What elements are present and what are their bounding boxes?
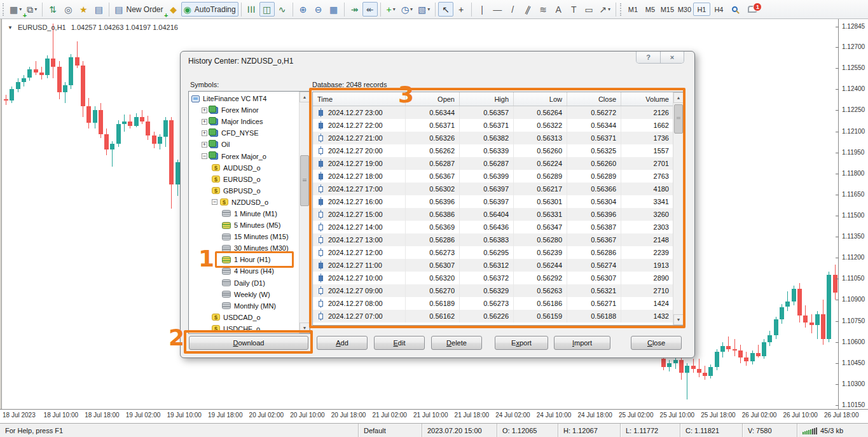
- history-row[interactable]: 2024.12.27 13:000.562860.563830.562800.5…: [313, 233, 673, 246]
- data-window-button[interactable]: ◎: [60, 2, 76, 17]
- timeframe-m5-button[interactable]: M5: [642, 3, 659, 16]
- scroll-thumb[interactable]: [300, 155, 309, 206]
- history-row[interactable]: 2024.12.27 12:000.562730.562950.562390.5…: [313, 246, 673, 259]
- history-row[interactable]: 2024.12.27 08:000.561890.562730.561860.5…: [313, 297, 673, 310]
- tree-item-litefinance-vc-mt4[interactable]: LiteFinance VC MT4: [189, 93, 299, 104]
- notifications-button[interactable]: 1: [745, 2, 761, 17]
- scroll-up-icon[interactable]: ▲: [673, 92, 684, 103]
- arrow-tools-button[interactable]: ↗▾: [596, 2, 613, 17]
- metaeditor-button[interactable]: ◆: [166, 2, 181, 17]
- terminal-button[interactable]: ▤: [91, 2, 106, 17]
- table-scrollbar[interactable]: ▲ ▼: [673, 92, 684, 325]
- history-row[interactable]: 2024.12.27 09:000.562700.563290.562630.5…: [313, 284, 673, 297]
- auto-scroll-button[interactable]: ↠: [347, 2, 362, 17]
- periods-button[interactable]: ◷▾: [399, 2, 415, 17]
- timeframe-m30-button[interactable]: M30: [676, 3, 693, 16]
- history-row[interactable]: 2024.12.27 18:000.563670.563990.562890.5…: [313, 170, 673, 183]
- tree-item-15-minutes-m15[interactable]: 15 Minutes (M15): [189, 231, 299, 242]
- tree-expander-icon[interactable]: +: [202, 142, 207, 148]
- scroll-thumb[interactable]: [674, 104, 683, 134]
- shapes-button[interactable]: ▭: [581, 2, 596, 17]
- tree-item-1-minute-m1[interactable]: 1 Minute (M1): [189, 208, 299, 219]
- tree-expander-icon[interactable]: +: [202, 108, 207, 113]
- navigator-button[interactable]: ★: [76, 2, 91, 17]
- tree-item-major-indices[interactable]: +Major Indices: [189, 116, 299, 127]
- tree-item-5-minutes-m5[interactable]: 5 Minutes (M5): [189, 219, 299, 231]
- edit-button[interactable]: Edit: [374, 336, 425, 350]
- add-button[interactable]: Add: [317, 336, 368, 350]
- dialog-titlebar[interactable]: History Center: NZDUSD_o,H1 ? ×: [181, 52, 694, 68]
- tree-item-usdchf-o[interactable]: $USDCHF_o: [189, 323, 299, 334]
- zoom-in-button[interactable]: ⊕: [296, 2, 311, 17]
- zoom-out-button[interactable]: ⊖: [311, 2, 326, 17]
- tree-item-gbpusd-o[interactable]: $GBPUSD_o: [189, 185, 299, 197]
- help-button[interactable]: ?: [637, 52, 660, 63]
- tree-item-daily-d1[interactable]: Daily (D1): [189, 277, 299, 289]
- history-row[interactable]: 2024.12.27 10:000.563200.563720.562920.5…: [313, 272, 673, 284]
- close-dialog-button[interactable]: ×: [660, 52, 684, 63]
- equidistant-channel-button[interactable]: ∥: [520, 2, 535, 17]
- chart-menu-icon[interactable]: ▼: [8, 25, 13, 31]
- tree-item-usdcad-o[interactable]: $USDCAD_o: [189, 312, 299, 323]
- history-row[interactable]: 2024.12.27 11:000.563070.563120.562440.5…: [313, 259, 673, 272]
- timeframe-h1-button[interactable]: H1: [693, 3, 710, 16]
- profiles-button[interactable]: ⧉▾: [24, 2, 39, 17]
- tree-item-30-minutes-m30[interactable]: 30 Minutes (M30): [189, 242, 299, 254]
- tree-item-1-hour-h1[interactable]: 1 Hour (H1): [189, 254, 299, 265]
- tree-expander-icon[interactable]: +: [202, 119, 207, 125]
- history-row[interactable]: 2024.12.27 07:000.561620.562260.561590.5…: [313, 310, 673, 323]
- tree-item-weekly-w[interactable]: Weekly (W): [189, 289, 299, 300]
- tree-item-forex-minor[interactable]: +Forex Minor: [189, 104, 299, 116]
- new-chart-button[interactable]: ▦+▾: [7, 2, 24, 17]
- candlestick-chart-button[interactable]: ◫: [259, 2, 275, 17]
- tree-scrollbar[interactable]: ▲ ▼: [299, 92, 310, 333]
- tree-expander-icon[interactable]: +: [202, 130, 207, 136]
- history-row[interactable]: 2024.12.27 22:000.563710.563710.563220.5…: [313, 119, 673, 132]
- autotrading-button[interactable]: ◉AutoTrading: [181, 2, 238, 17]
- crosshair-button[interactable]: +: [453, 2, 469, 17]
- text-button[interactable]: A: [551, 2, 566, 17]
- history-row[interactable]: 2024.12.27 14:000.563690.564360.563470.5…: [313, 221, 673, 233]
- download-button[interactable]: Download: [189, 336, 308, 350]
- scroll-up-icon[interactable]: ▲: [300, 92, 310, 102]
- tree-item-forex-major-o[interactable]: −Forex Major_o: [189, 150, 299, 162]
- bar-chart-button[interactable]: ☰: [244, 2, 259, 17]
- scroll-down-icon[interactable]: ▼: [300, 323, 310, 333]
- timeframe-h4-button[interactable]: H4: [710, 3, 727, 16]
- templates-button[interactable]: ▧▾: [415, 2, 432, 17]
- horizontal-line-button[interactable]: —: [490, 2, 505, 17]
- tree-expander-icon[interactable]: −: [212, 199, 217, 205]
- close-button[interactable]: Close: [631, 336, 682, 350]
- history-row[interactable]: 2024.12.27 15:000.563860.564040.563310.5…: [313, 208, 673, 221]
- import-button[interactable]: Import: [554, 336, 610, 350]
- new-order-button[interactable]: ▤+New Order: [112, 2, 165, 17]
- tree-item-cfd-nyse[interactable]: +CFD_NYSE: [189, 127, 299, 139]
- search-button[interactable]: [727, 2, 743, 17]
- tree-expander-icon[interactable]: −: [202, 153, 207, 159]
- line-chart-button[interactable]: ∿: [275, 2, 290, 17]
- history-row[interactable]: 2024.12.27 16:000.563960.563970.563010.5…: [313, 195, 673, 208]
- vertical-line-button[interactable]: |: [474, 2, 490, 17]
- text-label-button[interactable]: T: [566, 2, 581, 17]
- tree-item-monthly-mn[interactable]: Monthly (MN): [189, 300, 299, 312]
- scroll-down-icon[interactable]: ▼: [673, 314, 684, 325]
- history-row[interactable]: 2024.12.27 20:000.562620.563390.562600.5…: [313, 144, 673, 157]
- timeframe-m15-button[interactable]: M15: [659, 3, 676, 16]
- history-row[interactable]: 2024.12.27 17:000.563020.563970.562170.5…: [313, 183, 673, 195]
- export-button[interactable]: Export: [495, 336, 548, 350]
- cursor-button[interactable]: ↖: [438, 2, 453, 17]
- fibonacci-button[interactable]: ≋: [535, 2, 551, 17]
- market-watch-button[interactable]: ⇅: [45, 2, 60, 17]
- indicators-button[interactable]: +▾: [383, 2, 399, 17]
- history-row[interactable]: 2024.12.27 19:000.562870.562870.562240.5…: [313, 157, 673, 170]
- timeframe-m1-button[interactable]: M1: [624, 3, 642, 16]
- tree-item-4-hours-h4[interactable]: 4 Hours (H4): [189, 265, 299, 277]
- tree-item-audusd-o[interactable]: $AUDUSD_o: [189, 162, 299, 174]
- trendline-button[interactable]: /: [505, 2, 520, 17]
- delete-button[interactable]: Delete: [431, 336, 482, 350]
- tree-item-nzdusd-o[interactable]: −$NZDUSD_o: [189, 197, 299, 208]
- tree-item-eurusd-o[interactable]: $EURUSD_o: [189, 174, 299, 185]
- chart-shift-button[interactable]: ↞: [362, 2, 378, 17]
- tree-item-oil[interactable]: +Oil: [189, 139, 299, 150]
- tile-windows-button[interactable]: ▦: [326, 2, 341, 17]
